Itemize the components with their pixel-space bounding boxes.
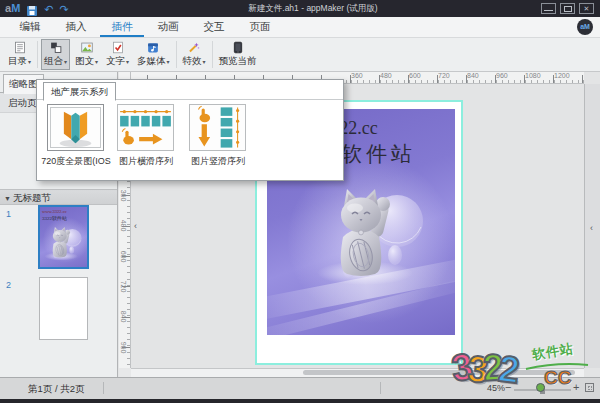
gallery-item-720-panorama[interactable] — [47, 104, 104, 151]
vertical-slide-icon — [190, 105, 245, 150]
collapse-right-arrow[interactable]: ‹ — [590, 224, 593, 233]
maximize-button[interactable] — [560, 3, 575, 14]
tab-edit[interactable]: 编辑 — [8, 17, 52, 37]
text-button[interactable]: 文字▾ — [103, 39, 132, 70]
tab-plugin[interactable]: 插件 — [100, 17, 144, 37]
tab-animation[interactable]: 动画 — [146, 17, 190, 37]
tab-interaction[interactable]: 交互 — [192, 17, 236, 37]
popup-tab-realestate[interactable]: 地产展示系列 — [43, 82, 116, 101]
app-badge[interactable]: aM — [577, 19, 593, 35]
collapse-left-arrow[interactable]: ‹ — [134, 222, 137, 231]
zoom-slider-thumb[interactable] — [540, 386, 545, 394]
media-icon — [145, 41, 161, 54]
dropdown-caret-icon: ▾ — [28, 59, 31, 65]
group-button[interactable]: 组合▾ — [41, 39, 70, 70]
lucky-cat-thumbnail — [43, 224, 85, 261]
thumbnail-watermark-line2: 3322软件站 — [42, 215, 67, 221]
preview-current-button[interactable]: 预览当前 — [216, 39, 260, 70]
toc-icon — [12, 41, 28, 54]
zoom-slider[interactable] — [514, 389, 571, 391]
panorama-720-icon — [48, 105, 103, 150]
toolbar-separator — [176, 41, 177, 68]
thumbnail-image: www.3322.cc 3322软件站 — [40, 207, 87, 267]
dropdown-caret-icon: ▾ — [95, 59, 98, 65]
toc-button[interactable]: 目录▾ — [5, 39, 34, 70]
picture-icon — [79, 41, 95, 54]
window-title: 新建文件.ah1 - appMaker (试用版) — [85, 3, 541, 15]
status-divider — [103, 382, 104, 394]
tab-insert[interactable]: 插入 — [54, 17, 98, 37]
page-number: 2 — [6, 280, 11, 290]
zoom-in-button[interactable]: + — [573, 381, 579, 393]
app-window: aM ↶ ↷ 新建文件.ah1 - appMaker (试用版) ✕ 编辑 插入… — [0, 0, 600, 403]
scrollbar-thumb[interactable] — [303, 370, 575, 375]
gallery-item-label: 图片竖滑序列 — [172, 155, 264, 168]
collapse-triangle-icon: ▼ — [4, 195, 11, 202]
zoom-out-button[interactable]: − — [505, 381, 511, 393]
thumbnail-watermark-line1: www.3322.cc — [42, 209, 67, 214]
status-bar: 第1页 / 共2页 45% − + — [0, 377, 600, 399]
toolbar-separator — [212, 41, 213, 68]
minimize-button[interactable] — [541, 3, 556, 14]
window-bottom-edge — [0, 399, 600, 403]
dropdown-caret-icon: ▾ — [126, 59, 129, 65]
horizontal-slide-icon — [118, 105, 173, 150]
effects-button[interactable]: 特效▾ — [180, 39, 209, 70]
dropdown-caret-icon: ▾ — [203, 59, 206, 65]
text-check-icon — [110, 41, 126, 54]
multimedia-button[interactable]: 多媒体▾ — [134, 39, 173, 70]
horizontal-scrollbar[interactable] — [131, 368, 584, 377]
redo-icon[interactable]: ↷ — [60, 3, 69, 15]
page-number: 1 — [6, 209, 11, 219]
tab-page[interactable]: 页面 — [238, 17, 282, 37]
status-divider — [380, 382, 381, 394]
toolbar-separator — [37, 41, 38, 68]
dropdown-caret-icon: ▾ — [64, 59, 67, 65]
page-indicator: 第1页 / 共2页 — [28, 383, 85, 396]
lucky-cat-image — [313, 181, 433, 286]
undo-icon[interactable]: ↶ — [44, 3, 53, 15]
image-text-button[interactable]: 图文▾ — [72, 39, 101, 70]
fit-window-icon[interactable] — [585, 383, 594, 392]
ribbon-tab-bar: 编辑 插入 插件 动画 交互 页面 aM — [0, 17, 600, 38]
page-thumbnail-2[interactable] — [39, 277, 88, 340]
toolbar: 目录▾ 组合▾ 图文▾ 文字▾ 多媒体▾ 特效▾ 预览当前 — [0, 38, 600, 72]
dropdown-caret-icon: ▾ — [167, 59, 170, 65]
right-panel-strip: ‹ — [584, 84, 600, 368]
group-icon — [48, 41, 64, 54]
scrollbar-corner — [119, 368, 131, 377]
close-button[interactable]: ✕ — [579, 3, 594, 14]
save-icon[interactable] — [26, 3, 38, 15]
tablet-preview-icon — [230, 41, 246, 54]
zoom-level: 45% — [487, 383, 505, 393]
app-logo: aM — [5, 0, 20, 17]
gallery-item-horizontal-slider[interactable] — [117, 104, 174, 151]
magic-wand-icon — [186, 41, 202, 54]
group-gallery-popup: 地产展示系列 720度全景图(IOS 图片横滑序列 — [36, 79, 344, 181]
sidebar-section-header[interactable]: ▼无标题节 — [0, 189, 117, 205]
gallery-item-vertical-slider[interactable] — [189, 104, 246, 151]
title-bar: aM ↶ ↷ 新建文件.ah1 - appMaker (试用版) ✕ — [0, 0, 600, 17]
page-thumbnail-1[interactable]: www.3322.cc 3322软件站 — [38, 205, 89, 269]
